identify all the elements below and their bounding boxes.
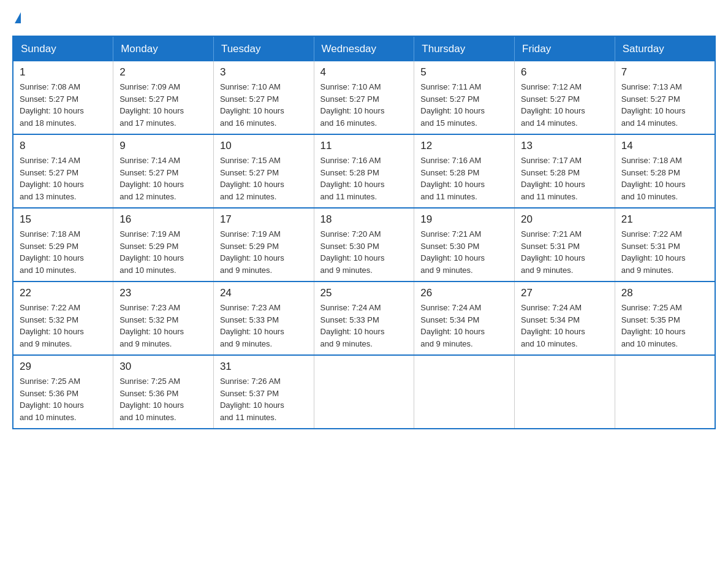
day-number: 2 <box>119 66 207 79</box>
day-info: Sunrise: 7:26 AM Sunset: 5:37 PM Dayligh… <box>220 375 308 423</box>
day-number: 30 <box>119 361 207 373</box>
calendar-week-5: 29 Sunrise: 7:25 AM Sunset: 5:36 PM Dayl… <box>13 355 715 429</box>
day-number: 11 <box>320 140 408 152</box>
day-number: 7 <box>621 66 708 79</box>
day-info: Sunrise: 7:22 AM Sunset: 5:32 PM Dayligh… <box>20 302 107 350</box>
day-info: Sunrise: 7:24 AM Sunset: 5:33 PM Dayligh… <box>320 302 408 350</box>
day-number: 14 <box>621 140 708 152</box>
day-number: 10 <box>220 140 308 152</box>
day-info: Sunrise: 7:15 AM Sunset: 5:27 PM Dayligh… <box>220 155 308 202</box>
day-info: Sunrise: 7:16 AM Sunset: 5:28 PM Dayligh… <box>420 155 508 202</box>
day-number: 8 <box>20 140 107 152</box>
day-info: Sunrise: 7:16 AM Sunset: 5:28 PM Dayligh… <box>320 155 408 202</box>
calendar-cell: 28 Sunrise: 7:25 AM Sunset: 5:35 PM Dayl… <box>615 282 715 355</box>
calendar-cell: 13 Sunrise: 7:17 AM Sunset: 5:28 PM Dayl… <box>515 134 615 208</box>
day-number: 13 <box>521 140 609 152</box>
day-number: 1 <box>20 66 107 79</box>
calendar-header-saturday: Saturday <box>615 36 715 61</box>
calendar-cell: 3 Sunrise: 7:10 AM Sunset: 5:27 PM Dayli… <box>213 61 314 134</box>
calendar-cell: 6 Sunrise: 7:12 AM Sunset: 5:27 PM Dayli… <box>515 61 615 134</box>
day-number: 20 <box>521 213 609 226</box>
calendar-cell: 31 Sunrise: 7:26 AM Sunset: 5:37 PM Dayl… <box>213 355 314 429</box>
calendar-cell: 12 Sunrise: 7:16 AM Sunset: 5:28 PM Dayl… <box>414 134 515 208</box>
day-number: 12 <box>420 140 508 152</box>
day-info: Sunrise: 7:12 AM Sunset: 5:27 PM Dayligh… <box>521 81 609 129</box>
calendar-cell: 20 Sunrise: 7:21 AM Sunset: 5:31 PM Dayl… <box>515 208 615 282</box>
calendar-cell: 22 Sunrise: 7:22 AM Sunset: 5:32 PM Dayl… <box>13 282 113 355</box>
day-info: Sunrise: 7:21 AM Sunset: 5:30 PM Dayligh… <box>420 228 508 276</box>
day-info: Sunrise: 7:24 AM Sunset: 5:34 PM Dayligh… <box>521 302 609 350</box>
day-number: 25 <box>320 287 408 299</box>
day-number: 18 <box>320 213 408 226</box>
day-number: 27 <box>521 287 609 299</box>
day-number: 19 <box>420 213 508 226</box>
day-number: 21 <box>621 213 708 226</box>
calendar-cell: 4 Sunrise: 7:10 AM Sunset: 5:27 PM Dayli… <box>314 61 414 134</box>
day-number: 15 <box>20 213 107 226</box>
calendar-header-monday: Monday <box>113 36 214 61</box>
day-info: Sunrise: 7:25 AM Sunset: 5:36 PM Dayligh… <box>119 375 207 423</box>
calendar-header-tuesday: Tuesday <box>213 36 314 61</box>
day-info: Sunrise: 7:19 AM Sunset: 5:29 PM Dayligh… <box>220 228 308 276</box>
calendar-cell: 25 Sunrise: 7:24 AM Sunset: 5:33 PM Dayl… <box>314 282 414 355</box>
day-info: Sunrise: 7:20 AM Sunset: 5:30 PM Dayligh… <box>320 228 408 276</box>
calendar-cell: 29 Sunrise: 7:25 AM Sunset: 5:36 PM Dayl… <box>13 355 113 429</box>
calendar-cell: 23 Sunrise: 7:23 AM Sunset: 5:32 PM Dayl… <box>113 282 214 355</box>
calendar-table: SundayMondayTuesdayWednesdayThursdayFrid… <box>12 36 716 429</box>
calendar-header-thursday: Thursday <box>414 36 515 61</box>
calendar-cell: 10 Sunrise: 7:15 AM Sunset: 5:27 PM Dayl… <box>213 134 314 208</box>
calendar-cell: 21 Sunrise: 7:22 AM Sunset: 5:31 PM Dayl… <box>615 208 715 282</box>
day-number: 6 <box>521 66 609 79</box>
calendar-cell: 9 Sunrise: 7:14 AM Sunset: 5:27 PM Dayli… <box>113 134 214 208</box>
calendar-cell: 5 Sunrise: 7:11 AM Sunset: 5:27 PM Dayli… <box>414 61 515 134</box>
calendar-cell <box>615 355 715 429</box>
calendar-cell: 2 Sunrise: 7:09 AM Sunset: 5:27 PM Dayli… <box>113 61 214 134</box>
calendar-week-4: 22 Sunrise: 7:22 AM Sunset: 5:32 PM Dayl… <box>13 282 715 355</box>
day-number: 16 <box>119 213 207 226</box>
calendar-week-1: 1 Sunrise: 7:08 AM Sunset: 5:27 PM Dayli… <box>13 61 715 134</box>
day-info: Sunrise: 7:11 AM Sunset: 5:27 PM Dayligh… <box>420 81 508 129</box>
day-info: Sunrise: 7:10 AM Sunset: 5:27 PM Dayligh… <box>320 81 408 129</box>
day-number: 17 <box>220 213 308 226</box>
calendar-cell: 26 Sunrise: 7:24 AM Sunset: 5:34 PM Dayl… <box>414 282 515 355</box>
day-number: 24 <box>220 287 308 299</box>
calendar-cell <box>515 355 615 429</box>
day-info: Sunrise: 7:19 AM Sunset: 5:29 PM Dayligh… <box>119 228 207 276</box>
day-number: 4 <box>320 66 408 79</box>
day-info: Sunrise: 7:22 AM Sunset: 5:31 PM Dayligh… <box>621 228 708 276</box>
calendar-header-friday: Friday <box>515 36 615 61</box>
calendar-cell: 19 Sunrise: 7:21 AM Sunset: 5:30 PM Dayl… <box>414 208 515 282</box>
calendar-cell: 1 Sunrise: 7:08 AM Sunset: 5:27 PM Dayli… <box>13 61 113 134</box>
calendar-week-2: 8 Sunrise: 7:14 AM Sunset: 5:27 PM Dayli… <box>13 134 715 208</box>
calendar-cell: 27 Sunrise: 7:24 AM Sunset: 5:34 PM Dayl… <box>515 282 615 355</box>
day-number: 28 <box>621 287 708 299</box>
calendar-cell: 16 Sunrise: 7:19 AM Sunset: 5:29 PM Dayl… <box>113 208 214 282</box>
calendar-cell <box>314 355 414 429</box>
day-info: Sunrise: 7:14 AM Sunset: 5:27 PM Dayligh… <box>119 155 207 202</box>
day-number: 9 <box>119 140 207 152</box>
calendar-week-3: 15 Sunrise: 7:18 AM Sunset: 5:29 PM Dayl… <box>13 208 715 282</box>
calendar-body: 1 Sunrise: 7:08 AM Sunset: 5:27 PM Dayli… <box>13 61 715 429</box>
day-number: 31 <box>220 361 308 373</box>
day-info: Sunrise: 7:14 AM Sunset: 5:27 PM Dayligh… <box>20 155 107 202</box>
day-info: Sunrise: 7:10 AM Sunset: 5:27 PM Dayligh… <box>220 81 308 129</box>
calendar-cell: 24 Sunrise: 7:23 AM Sunset: 5:33 PM Dayl… <box>213 282 314 355</box>
day-info: Sunrise: 7:09 AM Sunset: 5:27 PM Dayligh… <box>119 81 207 129</box>
calendar-cell: 15 Sunrise: 7:18 AM Sunset: 5:29 PM Dayl… <box>13 208 113 282</box>
day-info: Sunrise: 7:23 AM Sunset: 5:33 PM Dayligh… <box>220 302 308 350</box>
calendar-cell: 14 Sunrise: 7:18 AM Sunset: 5:28 PM Dayl… <box>615 134 715 208</box>
day-info: Sunrise: 7:13 AM Sunset: 5:27 PM Dayligh… <box>621 81 708 129</box>
logo <box>12 12 21 23</box>
day-info: Sunrise: 7:25 AM Sunset: 5:35 PM Dayligh… <box>621 302 708 350</box>
day-number: 22 <box>20 287 107 299</box>
calendar-cell <box>414 355 515 429</box>
day-info: Sunrise: 7:08 AM Sunset: 5:27 PM Dayligh… <box>20 81 107 129</box>
calendar-cell: 8 Sunrise: 7:14 AM Sunset: 5:27 PM Dayli… <box>13 134 113 208</box>
day-number: 26 <box>420 287 508 299</box>
page-header <box>12 12 716 23</box>
day-info: Sunrise: 7:24 AM Sunset: 5:34 PM Dayligh… <box>420 302 508 350</box>
day-number: 3 <box>220 66 308 79</box>
calendar-cell: 11 Sunrise: 7:16 AM Sunset: 5:28 PM Dayl… <box>314 134 414 208</box>
calendar-cell: 30 Sunrise: 7:25 AM Sunset: 5:36 PM Dayl… <box>113 355 214 429</box>
day-info: Sunrise: 7:17 AM Sunset: 5:28 PM Dayligh… <box>521 155 609 202</box>
